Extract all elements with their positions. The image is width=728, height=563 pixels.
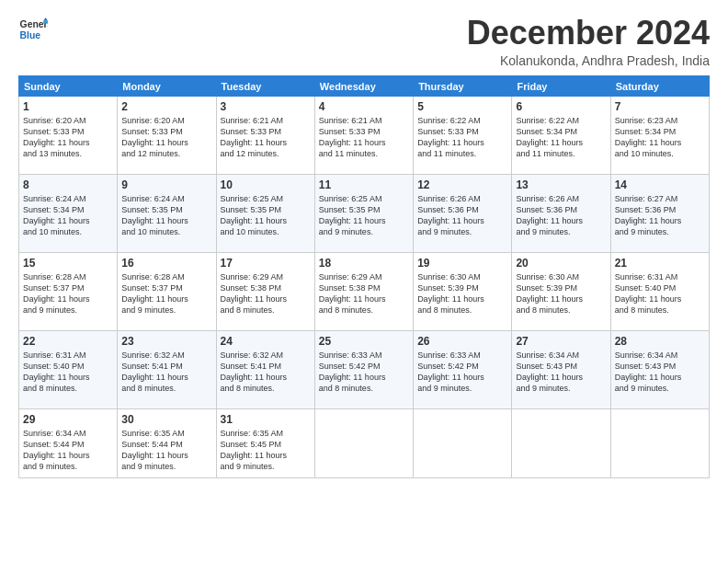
day-info-line: Sunset: 5:37 PM: [23, 282, 113, 293]
day-info-line: Sunrise: 6:32 AM: [221, 350, 311, 361]
month-title: December 2024: [467, 15, 710, 52]
day-info-line: Sunrise: 6:35 AM: [121, 428, 211, 439]
calendar-cell: 14Sunrise: 6:27 AMSunset: 5:36 PMDayligh…: [610, 174, 709, 252]
day-info-line: Daylight: 11 hours: [615, 372, 705, 383]
day-number: 3: [221, 99, 311, 114]
calendar-header-saturday: Saturday: [610, 75, 709, 96]
day-info-line: Sunrise: 6:28 AM: [23, 271, 113, 282]
calendar-header-row: SundayMondayTuesdayWednesdayThursdayFrid…: [19, 75, 710, 96]
day-info-line: Daylight: 11 hours: [615, 293, 705, 304]
calendar-week-row: 8Sunrise: 6:24 AMSunset: 5:34 PMDaylight…: [19, 174, 710, 252]
calendar-cell: 2Sunrise: 6:20 AMSunset: 5:33 PMDaylight…: [118, 96, 216, 174]
day-info-line: and 9 minutes.: [23, 461, 113, 472]
day-info-line: and 11 minutes.: [516, 148, 606, 159]
day-number: 16: [121, 256, 211, 270]
calendar-cell: 9Sunrise: 6:24 AMSunset: 5:35 PMDaylight…: [118, 174, 216, 252]
day-info-line: Daylight: 11 hours: [615, 215, 705, 226]
day-info-line: Sunset: 5:33 PM: [221, 126, 311, 137]
day-info-line: Daylight: 11 hours: [417, 215, 507, 226]
day-info-line: Sunset: 5:42 PM: [417, 361, 507, 372]
day-info-line: Sunrise: 6:27 AM: [615, 193, 705, 204]
day-info-line: Sunset: 5:40 PM: [615, 282, 705, 293]
day-info-line: Daylight: 11 hours: [121, 137, 211, 148]
calendar-cell: 8Sunrise: 6:24 AMSunset: 5:34 PMDaylight…: [19, 174, 118, 252]
title-block: December 2024 Kolanukonda, Andhra Prades…: [467, 15, 710, 68]
calendar-cell: 30Sunrise: 6:35 AMSunset: 5:44 PMDayligh…: [118, 408, 216, 477]
day-info-line: Sunrise: 6:22 AM: [417, 115, 507, 126]
day-info-line: and 9 minutes.: [221, 461, 311, 472]
day-number: 19: [417, 256, 507, 270]
day-info-line: and 10 minutes.: [121, 226, 211, 237]
day-info-line: and 9 minutes.: [417, 383, 507, 394]
day-info-line: Sunset: 5:33 PM: [23, 126, 113, 137]
svg-marker-3: [43, 20, 48, 23]
day-info-line: Sunset: 5:41 PM: [221, 361, 311, 372]
day-info-line: Daylight: 11 hours: [417, 372, 507, 383]
day-info-line: Sunset: 5:45 PM: [221, 439, 311, 450]
day-info-line: Daylight: 11 hours: [319, 137, 409, 148]
calendar-cell: [610, 408, 709, 477]
day-info-line: Sunrise: 6:31 AM: [23, 350, 113, 361]
calendar-cell: 20Sunrise: 6:30 AMSunset: 5:39 PMDayligh…: [512, 252, 610, 330]
calendar-week-row: 22Sunrise: 6:31 AMSunset: 5:40 PMDayligh…: [19, 330, 710, 408]
day-info-line: and 9 minutes.: [615, 383, 705, 394]
day-number: 29: [23, 412, 113, 427]
day-info-line: Daylight: 11 hours: [417, 293, 507, 304]
day-info-line: and 9 minutes.: [417, 226, 507, 237]
day-number: 6: [516, 99, 606, 114]
page: General Blue December 2024 Kolanukonda, …: [0, 0, 728, 563]
day-info-line: Sunrise: 6:30 AM: [516, 271, 606, 282]
day-info-line: Sunset: 5:37 PM: [121, 282, 211, 293]
day-info-line: Daylight: 11 hours: [319, 215, 409, 226]
day-info-line: and 10 minutes.: [221, 226, 311, 237]
day-number: 7: [615, 99, 705, 114]
day-number: 24: [221, 334, 311, 349]
calendar-cell: [512, 408, 610, 477]
day-info-line: Sunrise: 6:20 AM: [23, 115, 113, 126]
calendar-cell: 10Sunrise: 6:25 AMSunset: 5:35 PMDayligh…: [216, 174, 314, 252]
calendar-cell: 5Sunrise: 6:22 AMSunset: 5:33 PMDaylight…: [414, 96, 512, 174]
day-info-line: and 9 minutes.: [121, 461, 211, 472]
calendar-cell: 4Sunrise: 6:21 AMSunset: 5:33 PMDaylight…: [314, 96, 413, 174]
day-info-line: and 8 minutes.: [121, 383, 211, 394]
day-info-line: and 13 minutes.: [23, 148, 113, 159]
day-info-line: Daylight: 11 hours: [417, 137, 507, 148]
day-number: 4: [319, 99, 409, 114]
day-number: 14: [615, 178, 705, 192]
calendar-body: 1Sunrise: 6:20 AMSunset: 5:33 PMDaylight…: [19, 96, 710, 477]
day-info-line: Sunrise: 6:26 AM: [417, 193, 507, 204]
calendar-cell: 29Sunrise: 6:34 AMSunset: 5:44 PMDayligh…: [19, 408, 118, 477]
calendar-cell: 25Sunrise: 6:33 AMSunset: 5:42 PMDayligh…: [314, 330, 413, 408]
day-info-line: and 8 minutes.: [615, 304, 705, 316]
calendar-cell: 19Sunrise: 6:30 AMSunset: 5:39 PMDayligh…: [414, 252, 512, 330]
day-info-line: Sunrise: 6:20 AM: [121, 115, 211, 126]
day-info-line: Daylight: 11 hours: [221, 215, 311, 226]
day-info-line: Sunrise: 6:33 AM: [417, 350, 507, 361]
day-info-line: Daylight: 11 hours: [221, 450, 311, 461]
day-info-line: Sunrise: 6:25 AM: [221, 193, 311, 204]
calendar-cell: [314, 408, 413, 477]
day-info-line: and 8 minutes.: [417, 304, 507, 316]
day-info-line: Sunrise: 6:29 AM: [319, 271, 409, 282]
day-info-line: Sunset: 5:33 PM: [417, 126, 507, 137]
day-info-line: Sunrise: 6:21 AM: [319, 115, 409, 126]
day-number: 13: [516, 178, 606, 192]
day-info-line: and 9 minutes.: [121, 304, 211, 316]
day-info-line: and 9 minutes.: [516, 226, 606, 237]
day-info-line: Sunset: 5:39 PM: [516, 282, 606, 293]
day-info-line: and 8 minutes.: [319, 304, 409, 316]
calendar-cell: [414, 408, 512, 477]
calendar-week-row: 29Sunrise: 6:34 AMSunset: 5:44 PMDayligh…: [19, 408, 710, 477]
day-info-line: and 12 minutes.: [121, 148, 211, 159]
day-info-line: Sunrise: 6:22 AM: [516, 115, 606, 126]
day-info-line: Sunset: 5:42 PM: [319, 361, 409, 372]
calendar-cell: 15Sunrise: 6:28 AMSunset: 5:37 PMDayligh…: [19, 252, 118, 330]
day-info-line: Sunrise: 6:24 AM: [23, 193, 113, 204]
day-info-line: and 9 minutes.: [23, 304, 113, 316]
day-number: 5: [417, 99, 507, 114]
calendar-cell: 22Sunrise: 6:31 AMSunset: 5:40 PMDayligh…: [19, 330, 118, 408]
calendar-header-friday: Friday: [512, 75, 610, 96]
calendar-cell: 27Sunrise: 6:34 AMSunset: 5:43 PMDayligh…: [512, 330, 610, 408]
day-number: 20: [516, 256, 606, 270]
day-info-line: Daylight: 11 hours: [516, 137, 606, 148]
